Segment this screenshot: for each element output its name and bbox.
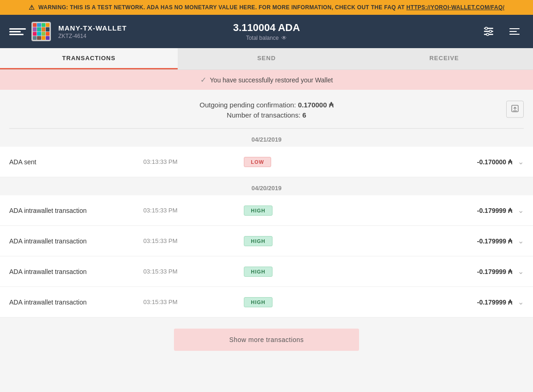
tx-badge: HIGH — [244, 236, 378, 246]
logo-line-3 — [9, 34, 24, 35]
warning-text: WARNING: THIS IS A TEST NETWORK. ADA HAS… — [38, 4, 504, 11]
avatar-cell — [37, 36, 41, 40]
balance-label: Total balance 👁 — [181, 35, 353, 41]
tx-count: 6 — [303, 111, 306, 119]
export-button[interactable] — [506, 100, 524, 118]
badge-label: HIGH — [244, 267, 273, 277]
avatar-cell — [33, 23, 37, 27]
tab-receive[interactable]: RECEIVE — [355, 48, 533, 69]
wallet-avatar — [31, 22, 51, 41]
summary: Outgoing pending confirmation: 0.170000 … — [0, 90, 533, 128]
tx-time: 03:13:33 PM — [143, 158, 244, 165]
avatar-cell — [46, 36, 50, 40]
tx-count-line: Number of transactions: 6 — [9, 111, 524, 119]
tx-amount: -0.179999 ₳ — [378, 268, 512, 275]
export-icon — [510, 104, 520, 113]
date-label-0: 04/21/2019 — [0, 129, 533, 147]
success-text: You have successfully restored your Wall… — [210, 76, 333, 84]
tx-type: ADA intrawallet transaction — [9, 268, 143, 275]
logo-icon — [9, 23, 26, 40]
svg-point-5 — [487, 33, 489, 36]
tx-time: 03:15:33 PM — [143, 207, 244, 214]
warning-icon: ⚠ — [29, 4, 35, 11]
badge-label: HIGH — [244, 297, 273, 307]
wallet-avatar-grid — [33, 23, 50, 40]
svg-rect-6 — [509, 28, 520, 29]
avatar-cell — [42, 27, 45, 31]
table-row[interactable]: ADA intrawallet transaction 03:15:33 PM … — [0, 256, 533, 287]
svg-point-4 — [490, 30, 492, 32]
avatar-cell — [42, 36, 45, 40]
header: MANY-TX-WALLET ZKTZ-4614 3.110004 ADA To… — [0, 15, 533, 48]
avatar-cell — [37, 32, 41, 36]
svg-rect-7 — [509, 31, 517, 32]
logo-line-2 — [9, 31, 21, 32]
tx-count-label: Number of transactions: — [227, 111, 300, 119]
tx-amount: -0.179999 ₳ — [378, 207, 512, 214]
logo-line-1 — [9, 28, 26, 30]
header-center: 3.110004 ADA Total balance 👁 — [181, 22, 353, 41]
chevron-down-icon: ⌄ — [518, 298, 524, 306]
header-left: MANY-TX-WALLET ZKTZ-4614 — [9, 22, 181, 41]
avatar-cell — [37, 27, 41, 31]
tx-badge: LOW — [244, 157, 378, 167]
chevron-down-icon: ⌄ — [518, 267, 524, 276]
wallet-name: MANY-TX-WALLET — [58, 24, 127, 32]
show-more-container: Show more transactions — [0, 317, 533, 362]
chevron-down-icon: ⌄ — [518, 206, 524, 215]
tx-time: 03:15:33 PM — [143, 268, 244, 275]
tx-type: ADA intrawallet transaction — [9, 237, 143, 245]
tx-amount: -0.170000 ₳ — [378, 158, 512, 166]
avatar-cell — [46, 23, 50, 27]
pending-label: Outgoing pending confirmation: — [199, 101, 296, 109]
table-row[interactable]: ADA intrawallet transaction 03:15:33 PM … — [0, 226, 533, 256]
check-icon: ✓ — [200, 75, 206, 84]
warning-bar: ⚠ WARNING: THIS IS A TEST NETWORK. ADA H… — [0, 0, 533, 15]
table-row[interactable]: ADA sent 03:13:33 PM LOW -0.170000 ₳ ⌄ — [0, 147, 533, 177]
tx-amount: -0.179999 ₳ — [378, 299, 512, 306]
transactions-container: 04/21/2019 ADA sent 03:13:33 PM LOW -0.1… — [0, 129, 533, 317]
tx-time: 03:15:33 PM — [143, 299, 244, 305]
tx-time: 03:15:33 PM — [143, 237, 244, 244]
badge-label: LOW — [244, 157, 271, 167]
svg-rect-8 — [509, 34, 520, 35]
eye-icon[interactable]: 👁 — [281, 35, 287, 41]
settings-icon — [482, 25, 495, 38]
avatar-cell — [42, 23, 45, 27]
tx-badge: HIGH — [244, 205, 378, 216]
svg-point-3 — [485, 27, 488, 30]
main-content: Outgoing pending confirmation: 0.170000 … — [0, 90, 533, 362]
table-row[interactable]: ADA intrawallet transaction 03:15:33 PM … — [0, 195, 533, 226]
warning-link[interactable]: HTTPS://YOROI-WALLET.COM/FAQ/ — [406, 4, 504, 11]
tab-transactions[interactable]: TRANSACTIONS — [0, 48, 178, 69]
tab-send[interactable]: SEND — [178, 48, 355, 69]
settings-icon-btn[interactable] — [479, 22, 498, 41]
header-right — [352, 22, 524, 41]
wallet-info: MANY-TX-WALLET ZKTZ-4614 — [58, 24, 127, 39]
menu-icon — [508, 25, 521, 38]
tx-amount: -0.179999 ₳ — [378, 237, 512, 245]
tx-type: ADA sent — [9, 158, 143, 166]
menu-icon-btn[interactable] — [505, 22, 524, 41]
tx-badge: HIGH — [244, 297, 378, 307]
tx-badge: HIGH — [244, 267, 378, 277]
badge-label: HIGH — [244, 236, 273, 246]
chevron-down-icon: ⌄ — [518, 236, 524, 245]
show-more-button[interactable]: Show more transactions — [174, 329, 359, 351]
badge-label: HIGH — [244, 205, 273, 216]
avatar-cell — [33, 36, 37, 40]
avatar-cell — [46, 32, 50, 36]
chevron-down-icon: ⌄ — [518, 157, 524, 166]
balance-amount: 3.110004 ADA — [181, 22, 353, 34]
success-banner: ✓ You have successfully restored your Wa… — [0, 70, 533, 90]
avatar-cell — [37, 23, 41, 27]
avatar-cell — [33, 27, 37, 31]
pending-amount: 0.170000 ₳ — [298, 101, 334, 109]
date-label-1: 04/20/2019 — [0, 177, 533, 195]
tx-type: ADA intrawallet transaction — [9, 207, 143, 214]
table-row[interactable]: ADA intrawallet transaction 03:15:33 PM … — [0, 287, 533, 317]
tabs: TRANSACTIONS SEND RECEIVE — [0, 48, 533, 70]
tx-type: ADA intrawallet transaction — [9, 299, 143, 306]
wallet-id: ZKTZ-4614 — [58, 33, 127, 39]
pending-line: Outgoing pending confirmation: 0.170000 … — [9, 101, 524, 109]
